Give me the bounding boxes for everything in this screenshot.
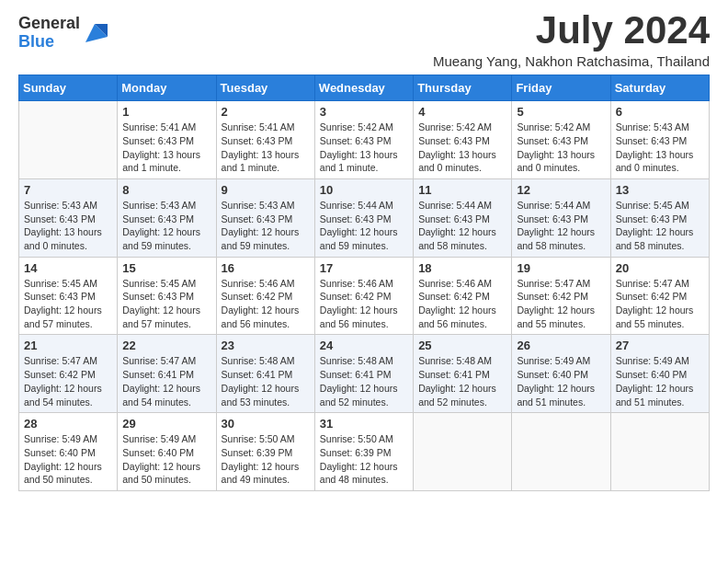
calendar-cell: 23Sunrise: 5:48 AM Sunset: 6:41 PM Dayli… <box>216 335 314 413</box>
day-number: 24 <box>320 339 408 352</box>
cell-daylight-info: Sunrise: 5:41 AM Sunset: 6:43 PM Dayligh… <box>222 121 310 175</box>
day-number: 6 <box>616 105 704 119</box>
calendar-cell: 19Sunrise: 5:47 AM Sunset: 6:42 PM Dayli… <box>512 257 610 335</box>
cell-daylight-info: Sunrise: 5:48 AM Sunset: 6:41 PM Dayligh… <box>222 354 310 408</box>
calendar-cell: 13Sunrise: 5:45 AM Sunset: 6:43 PM Dayli… <box>610 178 709 257</box>
day-number: 7 <box>24 183 112 197</box>
cell-daylight-info: Sunrise: 5:50 AM Sunset: 6:39 PM Dayligh… <box>222 432 310 487</box>
page-header: General Blue July 2024 Mueang Yang, Nakh… <box>18 9 710 69</box>
cell-daylight-info: Sunrise: 5:44 AM Sunset: 6:43 PM Dayligh… <box>418 199 506 253</box>
calendar-cell: 28Sunrise: 5:49 AM Sunset: 6:40 PM Dayli… <box>19 413 118 491</box>
calendar-cell: 9Sunrise: 5:43 AM Sunset: 6:43 PM Daylig… <box>216 178 314 257</box>
cell-daylight-info: Sunrise: 5:46 AM Sunset: 6:42 PM Dayligh… <box>222 277 310 331</box>
calendar-week-row: 1Sunrise: 5:41 AM Sunset: 6:43 PM Daylig… <box>19 101 710 179</box>
day-number: 28 <box>24 417 112 431</box>
cell-daylight-info: Sunrise: 5:49 AM Sunset: 6:40 PM Dayligh… <box>517 354 605 408</box>
cell-daylight-info: Sunrise: 5:42 AM Sunset: 6:43 PM Dayligh… <box>320 121 408 175</box>
weekday-header-monday: Monday <box>118 75 216 101</box>
calendar-cell: 15Sunrise: 5:45 AM Sunset: 6:43 PM Dayli… <box>118 257 216 335</box>
cell-daylight-info: Sunrise: 5:47 AM Sunset: 6:42 PM Dayligh… <box>616 277 704 331</box>
calendar-cell: 20Sunrise: 5:47 AM Sunset: 6:42 PM Dayli… <box>610 257 709 335</box>
day-number: 8 <box>122 183 210 197</box>
month-title: July 2024 <box>433 9 710 52</box>
cell-daylight-info: Sunrise: 5:49 AM Sunset: 6:40 PM Dayligh… <box>616 354 704 408</box>
cell-daylight-info: Sunrise: 5:43 AM Sunset: 6:43 PM Dayligh… <box>24 199 112 253</box>
calendar-cell: 11Sunrise: 5:44 AM Sunset: 6:43 PM Dayli… <box>414 178 512 257</box>
cell-daylight-info: Sunrise: 5:45 AM Sunset: 6:43 PM Dayligh… <box>24 277 112 331</box>
cell-daylight-info: Sunrise: 5:42 AM Sunset: 6:43 PM Dayligh… <box>418 121 506 175</box>
calendar-cell: 7Sunrise: 5:43 AM Sunset: 6:43 PM Daylig… <box>19 178 118 257</box>
day-number: 20 <box>616 261 704 275</box>
day-number: 22 <box>122 339 210 352</box>
location: Mueang Yang, Nakhon Ratchasima, Thailand <box>433 53 710 69</box>
logo-blue: Blue <box>18 32 54 51</box>
cell-daylight-info: Sunrise: 5:47 AM Sunset: 6:41 PM Dayligh… <box>122 354 210 408</box>
calendar-cell: 18Sunrise: 5:46 AM Sunset: 6:42 PM Dayli… <box>414 257 512 335</box>
calendar-cell: 1Sunrise: 5:41 AM Sunset: 6:43 PM Daylig… <box>118 101 216 179</box>
calendar-cell: 26Sunrise: 5:49 AM Sunset: 6:40 PM Dayli… <box>512 335 610 413</box>
calendar-cell: 10Sunrise: 5:44 AM Sunset: 6:43 PM Dayli… <box>314 178 413 257</box>
calendar-cell: 21Sunrise: 5:47 AM Sunset: 6:42 PM Dayli… <box>19 335 118 413</box>
cell-daylight-info: Sunrise: 5:45 AM Sunset: 6:43 PM Dayligh… <box>122 277 210 331</box>
calendar-cell: 25Sunrise: 5:48 AM Sunset: 6:41 PM Dayli… <box>414 335 512 413</box>
weekday-header-row: SundayMondayTuesdayWednesdayThursdayFrid… <box>19 75 710 101</box>
calendar-week-row: 21Sunrise: 5:47 AM Sunset: 6:42 PM Dayli… <box>19 335 710 413</box>
calendar-cell: 2Sunrise: 5:41 AM Sunset: 6:43 PM Daylig… <box>216 101 314 179</box>
day-number: 21 <box>24 339 112 352</box>
calendar-cell: 16Sunrise: 5:46 AM Sunset: 6:42 PM Dayli… <box>216 257 314 335</box>
cell-daylight-info: Sunrise: 5:49 AM Sunset: 6:40 PM Dayligh… <box>122 432 210 487</box>
title-block: July 2024 Mueang Yang, Nakhon Ratchasima… <box>433 9 710 69</box>
calendar-cell: 6Sunrise: 5:43 AM Sunset: 6:43 PM Daylig… <box>610 101 709 179</box>
cell-daylight-info: Sunrise: 5:47 AM Sunset: 6:42 PM Dayligh… <box>24 354 112 408</box>
day-number: 26 <box>517 339 605 352</box>
day-number: 10 <box>320 183 408 197</box>
day-number: 17 <box>320 261 408 275</box>
day-number: 23 <box>222 339 310 352</box>
calendar-cell <box>512 413 610 491</box>
day-number: 3 <box>320 105 408 119</box>
day-number: 5 <box>517 105 605 119</box>
day-number: 13 <box>616 183 704 197</box>
day-number: 30 <box>222 417 310 431</box>
calendar-cell: 29Sunrise: 5:49 AM Sunset: 6:40 PM Dayli… <box>118 413 216 491</box>
cell-daylight-info: Sunrise: 5:43 AM Sunset: 6:43 PM Dayligh… <box>616 121 704 175</box>
calendar-cell: 8Sunrise: 5:43 AM Sunset: 6:43 PM Daylig… <box>118 178 216 257</box>
calendar-cell: 30Sunrise: 5:50 AM Sunset: 6:39 PM Dayli… <box>216 413 314 491</box>
day-number: 16 <box>222 261 310 275</box>
day-number: 2 <box>222 105 310 119</box>
calendar-cell <box>610 413 709 491</box>
calendar-cell: 12Sunrise: 5:44 AM Sunset: 6:43 PM Dayli… <box>512 178 610 257</box>
cell-daylight-info: Sunrise: 5:49 AM Sunset: 6:40 PM Dayligh… <box>24 432 112 487</box>
weekday-header-wednesday: Wednesday <box>314 75 413 101</box>
calendar-cell: 4Sunrise: 5:42 AM Sunset: 6:43 PM Daylig… <box>414 101 512 179</box>
calendar-week-row: 7Sunrise: 5:43 AM Sunset: 6:43 PM Daylig… <box>19 178 710 257</box>
logo: General Blue <box>18 15 108 52</box>
cell-daylight-info: Sunrise: 5:43 AM Sunset: 6:43 PM Dayligh… <box>222 199 310 253</box>
calendar-cell: 14Sunrise: 5:45 AM Sunset: 6:43 PM Dayli… <box>19 257 118 335</box>
calendar-week-row: 14Sunrise: 5:45 AM Sunset: 6:43 PM Dayli… <box>19 257 710 335</box>
cell-daylight-info: Sunrise: 5:46 AM Sunset: 6:42 PM Dayligh… <box>320 277 408 331</box>
cell-daylight-info: Sunrise: 5:48 AM Sunset: 6:41 PM Dayligh… <box>320 354 408 408</box>
calendar-week-row: 28Sunrise: 5:49 AM Sunset: 6:40 PM Dayli… <box>19 413 710 491</box>
cell-daylight-info: Sunrise: 5:42 AM Sunset: 6:43 PM Dayligh… <box>517 121 605 175</box>
cell-daylight-info: Sunrise: 5:44 AM Sunset: 6:43 PM Dayligh… <box>320 199 408 253</box>
logo-icon <box>82 20 108 46</box>
day-number: 18 <box>418 261 506 275</box>
weekday-header-tuesday: Tuesday <box>216 75 314 101</box>
calendar-cell: 22Sunrise: 5:47 AM Sunset: 6:41 PM Dayli… <box>118 335 216 413</box>
calendar-cell: 17Sunrise: 5:46 AM Sunset: 6:42 PM Dayli… <box>314 257 413 335</box>
day-number: 9 <box>222 183 310 197</box>
logo-general: General <box>18 14 80 32</box>
calendar-cell: 27Sunrise: 5:49 AM Sunset: 6:40 PM Dayli… <box>610 335 709 413</box>
day-number: 25 <box>418 339 506 352</box>
calendar-cell: 31Sunrise: 5:50 AM Sunset: 6:39 PM Dayli… <box>314 413 413 491</box>
day-number: 15 <box>122 261 210 275</box>
calendar-cell: 24Sunrise: 5:48 AM Sunset: 6:41 PM Dayli… <box>314 335 413 413</box>
calendar-cell: 3Sunrise: 5:42 AM Sunset: 6:43 PM Daylig… <box>314 101 413 179</box>
calendar-cell <box>414 413 512 491</box>
cell-daylight-info: Sunrise: 5:45 AM Sunset: 6:43 PM Dayligh… <box>616 199 704 253</box>
cell-daylight-info: Sunrise: 5:48 AM Sunset: 6:41 PM Dayligh… <box>418 354 506 408</box>
day-number: 11 <box>418 183 506 197</box>
weekday-header-sunday: Sunday <box>19 75 118 101</box>
cell-daylight-info: Sunrise: 5:50 AM Sunset: 6:39 PM Dayligh… <box>320 432 408 487</box>
